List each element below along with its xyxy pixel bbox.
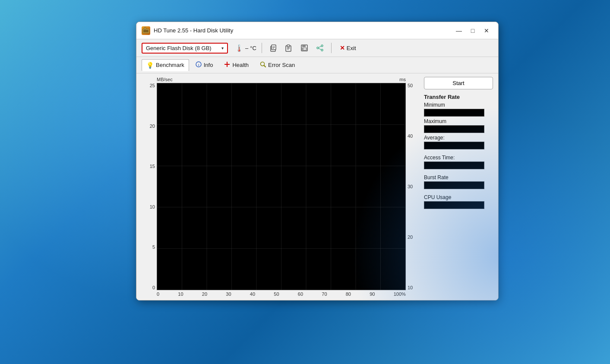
access-time-bar	[424, 161, 484, 169]
title-bar-left: HD Tune 2.55 - Hard Disk Utility	[142, 26, 233, 35]
average-label: Average:	[424, 135, 493, 141]
tab-info-label: Info	[204, 62, 213, 68]
dropdown-arrow-icon: ▾	[221, 46, 224, 51]
tab-error-scan[interactable]: Error Scan	[255, 59, 300, 71]
transfer-rate-section: Transfer Rate Minimum Maximum Average:	[424, 94, 493, 149]
burst-rate-section: Burst Rate	[424, 173, 493, 189]
y-left-0: 0	[142, 285, 155, 290]
svg-rect-1	[143, 30, 149, 32]
maximum-bar	[424, 125, 484, 133]
svg-text:i: i	[198, 63, 199, 67]
tab-info[interactable]: i Info	[191, 59, 218, 71]
svg-rect-14	[302, 45, 306, 47]
x-axis: 0 10 20 30 40 50 60 70 80 90 100%	[142, 291, 419, 297]
y-left-25: 25	[142, 83, 155, 88]
maximize-button[interactable]: □	[466, 25, 479, 36]
exit-x-icon: ✕	[340, 44, 345, 51]
y-left-20: 20	[142, 123, 155, 129]
chart-container: MB/sec ms 25 20 15 10 5 0	[142, 77, 419, 297]
exit-label: Exit	[347, 45, 356, 51]
nav-bar: 💡 Benchmark i Info Health	[136, 57, 498, 73]
y-right-label: ms	[399, 77, 406, 82]
copy-button[interactable]	[267, 42, 279, 54]
temp-separator: –	[245, 45, 248, 51]
minimum-bar	[424, 109, 484, 117]
paste-button[interactable]	[283, 42, 295, 54]
content-area: MB/sec ms 25 20 15 10 5 0	[136, 73, 498, 300]
thermometer-icon: 🌡️	[235, 44, 243, 52]
maximum-label: Maximum	[424, 118, 493, 124]
burst-rate-label: Burst Rate	[424, 174, 493, 180]
minimum-label: Minimum	[424, 102, 493, 108]
svg-rect-9	[287, 45, 290, 47]
y-right-40: 40	[408, 133, 419, 139]
disk-selector[interactable]: Generic Flash Disk (8 GB) ▾	[142, 43, 228, 54]
access-time-label: Access Time:	[424, 155, 493, 161]
x-80: 80	[346, 291, 351, 297]
x-70: 70	[322, 291, 327, 297]
disk-label: Generic Flash Disk (8 GB)	[146, 45, 212, 51]
y-axis-right: 50 40 30 20 10	[406, 83, 419, 290]
burst-rate-bar	[424, 181, 484, 189]
chart-canvas	[157, 83, 406, 290]
tab-error-scan-label: Error Scan	[268, 62, 295, 68]
save-button[interactable]	[298, 42, 310, 54]
y-right-20: 20	[408, 234, 419, 240]
chart-top-labels: MB/sec ms	[142, 77, 419, 82]
tab-benchmark-label: Benchmark	[156, 62, 184, 68]
svg-rect-25	[224, 64, 230, 65]
x-20: 20	[202, 291, 207, 297]
cpu-usage-section: CPU Usage	[424, 193, 493, 209]
app-icon	[142, 26, 150, 35]
x-40: 40	[250, 291, 255, 297]
x-0: 0	[157, 291, 159, 297]
y-axis-left: 25 20 15 10 5 0	[142, 83, 157, 290]
start-button[interactable]: Start	[424, 77, 493, 89]
tab-health[interactable]: Health	[219, 59, 253, 71]
y-left-5: 5	[142, 244, 155, 250]
toolbar-separator-2	[331, 43, 332, 53]
error-scan-icon	[260, 61, 266, 69]
svg-point-18	[321, 45, 323, 47]
x-30: 30	[226, 291, 231, 297]
svg-line-21	[319, 48, 321, 50]
toolbar: Generic Flash Disk (8 GB) ▾ 🌡️ – °C	[136, 39, 498, 57]
chart-wrapper: 25 20 15 10 5 0	[142, 83, 419, 290]
average-bar	[424, 142, 484, 149]
y-left-10: 10	[142, 204, 155, 209]
title-bar-buttons: — □ ✕	[452, 25, 493, 36]
benchmark-icon: 💡	[146, 62, 154, 69]
y-right-30: 30	[408, 184, 419, 189]
chart-grid-svg	[157, 83, 405, 290]
svg-point-17	[317, 47, 319, 49]
window-title: HD Tune 2.55 - Hard Disk Utility	[154, 27, 233, 34]
svg-point-19	[321, 49, 323, 51]
y-left-label: MB/sec	[157, 77, 173, 82]
exit-button[interactable]: ✕ Exit	[337, 43, 359, 53]
info-icon: i	[196, 61, 202, 69]
title-bar: HD Tune 2.55 - Hard Disk Utility — □ ✕	[136, 22, 498, 39]
x-10: 10	[178, 291, 183, 297]
close-button[interactable]: ✕	[480, 25, 493, 36]
transfer-rate-title: Transfer Rate	[424, 94, 493, 100]
stats-panel: Start Transfer Rate Minimum Maximum Aver…	[424, 77, 493, 297]
svg-rect-2	[144, 27, 146, 29]
x-90: 90	[370, 291, 375, 297]
x-50: 50	[274, 291, 279, 297]
y-right-50: 50	[408, 83, 419, 88]
y-left-15: 15	[142, 164, 155, 169]
svg-line-20	[319, 46, 321, 47]
cpu-usage-bar	[424, 201, 484, 209]
access-time-section: Access Time:	[424, 153, 493, 169]
y-right-10: 10	[408, 285, 419, 290]
share-button[interactable]	[314, 42, 326, 54]
x-100: 100%	[394, 291, 406, 297]
tab-health-label: Health	[232, 62, 249, 68]
cpu-usage-label: CPU Usage	[424, 194, 493, 200]
svg-line-27	[264, 66, 266, 67]
minimize-button[interactable]: —	[452, 25, 465, 36]
toolbar-separator	[262, 43, 262, 53]
health-icon	[224, 61, 230, 69]
tab-benchmark[interactable]: 💡 Benchmark	[142, 59, 189, 71]
x-60: 60	[298, 291, 303, 297]
